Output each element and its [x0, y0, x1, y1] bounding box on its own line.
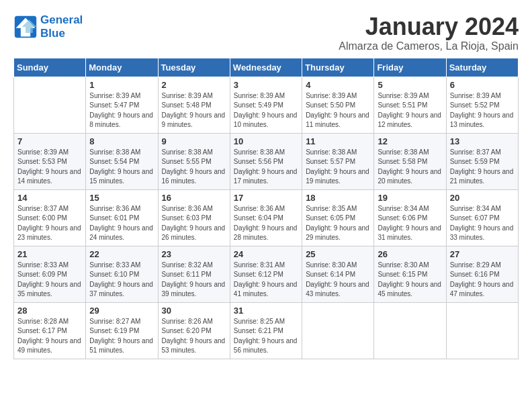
- calendar-cell: 31Sunrise: 8:25 AMSunset: 6:21 PMDayligh…: [230, 302, 302, 359]
- calendar-cell: 25Sunrise: 8:30 AMSunset: 6:14 PMDayligh…: [302, 246, 374, 302]
- day-info: Sunrise: 8:27 AMSunset: 6:19 PMDaylight:…: [89, 317, 154, 356]
- week-row-4: 21Sunrise: 8:33 AMSunset: 6:09 PMDayligh…: [14, 246, 519, 302]
- day-info: Sunrise: 8:30 AMSunset: 6:15 PMDaylight:…: [378, 261, 442, 300]
- weekday-header-sunday: Sunday: [14, 58, 86, 77]
- calendar-cell: 4Sunrise: 8:39 AMSunset: 5:50 PMDaylight…: [302, 77, 374, 133]
- calendar-cell: 20Sunrise: 8:34 AMSunset: 6:07 PMDayligh…: [446, 189, 518, 246]
- day-info: Sunrise: 8:34 AMSunset: 6:06 PMDaylight:…: [378, 204, 442, 243]
- day-number: 10: [234, 136, 298, 146]
- calendar-cell: 18Sunrise: 8:35 AMSunset: 6:05 PMDayligh…: [302, 189, 374, 246]
- calendar-cell: 16Sunrise: 8:36 AMSunset: 6:03 PMDayligh…: [158, 189, 230, 246]
- calendar-table: SundayMondayTuesdayWednesdayThursdayFrid…: [13, 58, 519, 359]
- calendar-cell: 10Sunrise: 8:38 AMSunset: 5:56 PMDayligh…: [230, 133, 302, 189]
- weekday-header-wednesday: Wednesday: [230, 58, 302, 77]
- calendar-cell: 8Sunrise: 8:38 AMSunset: 5:54 PMDaylight…: [86, 133, 158, 189]
- day-number: 6: [450, 80, 515, 90]
- calendar-cell: 14Sunrise: 8:37 AMSunset: 6:00 PMDayligh…: [14, 189, 86, 246]
- day-number: 3: [234, 80, 298, 90]
- calendar-cell: 24Sunrise: 8:31 AMSunset: 6:12 PMDayligh…: [230, 246, 302, 302]
- calendar-cell: [446, 302, 518, 359]
- calendar-cell: 17Sunrise: 8:36 AMSunset: 6:04 PMDayligh…: [230, 189, 302, 246]
- day-number: 1: [89, 80, 154, 90]
- calendar-cell: 19Sunrise: 8:34 AMSunset: 6:06 PMDayligh…: [374, 189, 446, 246]
- calendar-cell: 30Sunrise: 8:26 AMSunset: 6:20 PMDayligh…: [158, 302, 230, 359]
- day-number: 27: [450, 249, 515, 259]
- weekday-header-friday: Friday: [374, 58, 446, 77]
- title-area: January 2024 Almarza de Cameros, La Rioj…: [339, 13, 519, 52]
- calendar-title: January 2024: [339, 13, 519, 40]
- day-number: 21: [17, 249, 82, 259]
- day-number: 20: [450, 193, 515, 203]
- week-row-2: 7Sunrise: 8:39 AMSunset: 5:53 PMDaylight…: [14, 133, 519, 189]
- calendar-cell: 12Sunrise: 8:38 AMSunset: 5:58 PMDayligh…: [374, 133, 446, 189]
- day-info: Sunrise: 8:29 AMSunset: 6:16 PMDaylight:…: [450, 261, 515, 300]
- day-info: Sunrise: 8:38 AMSunset: 5:58 PMDaylight:…: [378, 148, 442, 187]
- day-number: 23: [162, 249, 226, 259]
- logo-icon: [13, 15, 38, 39]
- calendar-cell: [302, 302, 374, 359]
- week-row-5: 28Sunrise: 8:28 AMSunset: 6:17 PMDayligh…: [14, 302, 519, 359]
- calendar-cell: 1Sunrise: 8:39 AMSunset: 5:47 PMDaylight…: [86, 77, 158, 133]
- day-info: Sunrise: 8:35 AMSunset: 6:05 PMDaylight:…: [306, 204, 370, 243]
- day-info: Sunrise: 8:38 AMSunset: 5:56 PMDaylight:…: [234, 148, 298, 187]
- day-number: 13: [450, 136, 515, 146]
- day-info: Sunrise: 8:38 AMSunset: 5:55 PMDaylight:…: [162, 148, 226, 187]
- day-info: Sunrise: 8:39 AMSunset: 5:52 PMDaylight:…: [450, 91, 515, 130]
- day-info: Sunrise: 8:37 AMSunset: 5:59 PMDaylight:…: [450, 148, 515, 187]
- day-info: Sunrise: 8:36 AMSunset: 6:03 PMDaylight:…: [162, 204, 226, 243]
- calendar-cell: 22Sunrise: 8:33 AMSunset: 6:10 PMDayligh…: [86, 246, 158, 302]
- day-info: Sunrise: 8:28 AMSunset: 6:17 PMDaylight:…: [17, 317, 82, 356]
- day-info: Sunrise: 8:26 AMSunset: 6:20 PMDaylight:…: [162, 317, 226, 356]
- calendar-cell: 6Sunrise: 8:39 AMSunset: 5:52 PMDaylight…: [446, 77, 518, 133]
- day-number: 7: [17, 136, 82, 146]
- calendar-cell: 21Sunrise: 8:33 AMSunset: 6:09 PMDayligh…: [14, 246, 86, 302]
- day-info: Sunrise: 8:38 AMSunset: 5:54 PMDaylight:…: [89, 148, 154, 187]
- day-number: 26: [378, 249, 442, 259]
- calendar-cell: 26Sunrise: 8:30 AMSunset: 6:15 PMDayligh…: [374, 246, 446, 302]
- day-number: 11: [306, 136, 370, 146]
- day-info: Sunrise: 8:39 AMSunset: 5:49 PMDaylight:…: [234, 91, 298, 130]
- day-number: 24: [234, 249, 298, 259]
- day-number: 18: [306, 193, 370, 203]
- day-number: 4: [306, 80, 370, 90]
- day-info: Sunrise: 8:33 AMSunset: 6:09 PMDaylight:…: [17, 261, 82, 300]
- day-info: Sunrise: 8:34 AMSunset: 6:07 PMDaylight:…: [450, 204, 515, 243]
- day-info: Sunrise: 8:25 AMSunset: 6:21 PMDaylight:…: [234, 317, 298, 356]
- week-row-1: 1Sunrise: 8:39 AMSunset: 5:47 PMDaylight…: [14, 77, 519, 133]
- day-info: Sunrise: 8:36 AMSunset: 6:04 PMDaylight:…: [234, 204, 298, 243]
- calendar-cell: 7Sunrise: 8:39 AMSunset: 5:53 PMDaylight…: [14, 133, 86, 189]
- day-info: Sunrise: 8:37 AMSunset: 6:00 PMDaylight:…: [17, 204, 82, 243]
- day-number: 8: [89, 136, 154, 146]
- day-number: 31: [234, 306, 298, 316]
- calendar-cell: 15Sunrise: 8:36 AMSunset: 6:01 PMDayligh…: [86, 189, 158, 246]
- day-number: 14: [17, 193, 82, 203]
- calendar-cell: 28Sunrise: 8:28 AMSunset: 6:17 PMDayligh…: [14, 302, 86, 359]
- calendar-cell: [374, 302, 446, 359]
- day-number: 15: [89, 193, 154, 203]
- weekday-header-row: SundayMondayTuesdayWednesdayThursdayFrid…: [14, 58, 519, 77]
- calendar-cell: 9Sunrise: 8:38 AMSunset: 5:55 PMDaylight…: [158, 133, 230, 189]
- day-number: 17: [234, 193, 298, 203]
- weekday-header-thursday: Thursday: [302, 58, 374, 77]
- day-number: 30: [162, 306, 226, 316]
- day-info: Sunrise: 8:39 AMSunset: 5:48 PMDaylight:…: [162, 91, 226, 130]
- day-info: Sunrise: 8:39 AMSunset: 5:47 PMDaylight:…: [89, 91, 154, 130]
- day-info: Sunrise: 8:38 AMSunset: 5:57 PMDaylight:…: [306, 148, 370, 187]
- day-info: Sunrise: 8:30 AMSunset: 6:14 PMDaylight:…: [306, 261, 370, 300]
- calendar-cell: 11Sunrise: 8:38 AMSunset: 5:57 PMDayligh…: [302, 133, 374, 189]
- logo-text: General Blue: [40, 13, 83, 41]
- calendar-cell: 27Sunrise: 8:29 AMSunset: 6:16 PMDayligh…: [446, 246, 518, 302]
- page-header: General Blue January 2024 Almarza de Cam…: [13, 13, 519, 52]
- calendar-subtitle: Almarza de Cameros, La Rioja, Spain: [339, 40, 519, 52]
- day-info: Sunrise: 8:36 AMSunset: 6:01 PMDaylight:…: [89, 204, 154, 243]
- day-info: Sunrise: 8:39 AMSunset: 5:53 PMDaylight:…: [17, 148, 82, 187]
- day-info: Sunrise: 8:33 AMSunset: 6:10 PMDaylight:…: [89, 261, 154, 300]
- calendar-cell: [14, 77, 86, 133]
- day-number: 12: [378, 136, 442, 146]
- day-number: 19: [378, 193, 442, 203]
- day-info: Sunrise: 8:39 AMSunset: 5:51 PMDaylight:…: [378, 91, 442, 130]
- weekday-header-tuesday: Tuesday: [158, 58, 230, 77]
- calendar-cell: 13Sunrise: 8:37 AMSunset: 5:59 PMDayligh…: [446, 133, 518, 189]
- calendar-cell: 5Sunrise: 8:39 AMSunset: 5:51 PMDaylight…: [374, 77, 446, 133]
- day-number: 16: [162, 193, 226, 203]
